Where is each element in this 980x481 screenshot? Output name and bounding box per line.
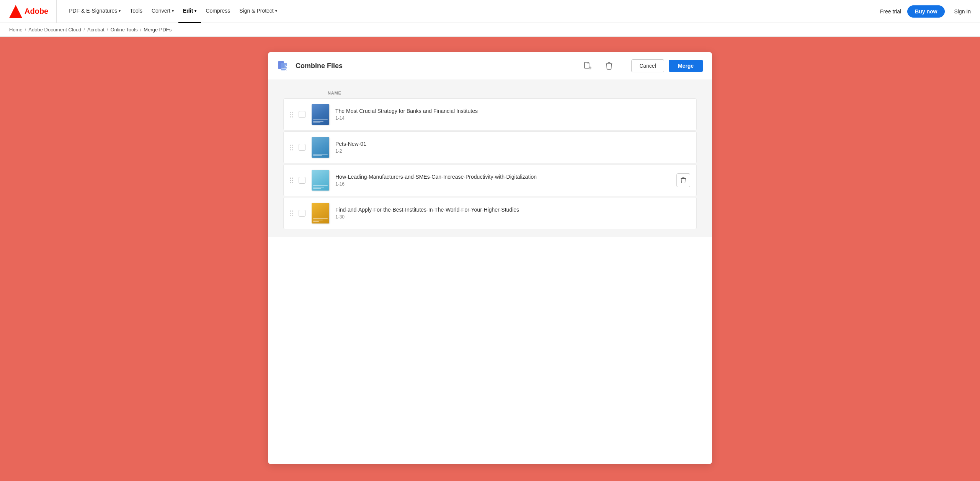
- table-row: The Most Crucial Strategy for Banks and …: [283, 98, 697, 130]
- file-name: The Most Crucial Strategy for Banks and …: [335, 108, 676, 114]
- file-pages: 1-16: [335, 181, 676, 187]
- drag-handle[interactable]: [290, 210, 293, 216]
- top-nav: Adobe PDF & E-Signatures ▾ Tools Convert…: [0, 0, 980, 23]
- row-checkbox[interactable]: [299, 177, 305, 184]
- combine-panel: Combine Files: [268, 52, 712, 464]
- trash-icon: [605, 62, 613, 70]
- nav-right: Free trial Buy now Sign In: [880, 5, 971, 18]
- file-thumbnail: [312, 203, 329, 223]
- free-trial-link[interactable]: Free trial: [880, 8, 901, 15]
- table-row: How-Leading-Manufacturers-and-SMEs-Can-I…: [283, 164, 697, 196]
- breadcrumb-document-cloud[interactable]: Adobe Document Cloud: [28, 27, 81, 33]
- row-delete-button[interactable]: [676, 173, 690, 187]
- row-checkbox[interactable]: [299, 111, 305, 118]
- trash-row-icon: [680, 177, 687, 184]
- panel-action-buttons: Cancel Merge: [631, 59, 703, 72]
- breadcrumb-acrobat[interactable]: Acrobat: [87, 27, 105, 33]
- row-checkbox[interactable]: [299, 210, 305, 217]
- breadcrumb: Home / Adobe Document Cloud / Acrobat / …: [0, 23, 980, 37]
- nav-item-edit[interactable]: Edit ▾: [178, 0, 201, 23]
- add-file-icon: [583, 62, 592, 70]
- file-thumbnail: [312, 137, 329, 158]
- file-info: How-Leading-Manufacturers-and-SMEs-Can-I…: [335, 174, 676, 187]
- breadcrumb-sep: /: [107, 27, 108, 33]
- file-info: Pets-New-01 1-2: [335, 141, 676, 154]
- adobe-logo[interactable]: Adobe: [9, 0, 57, 23]
- drag-handle[interactable]: [290, 178, 293, 183]
- breadcrumb-sep: /: [83, 27, 85, 33]
- nav-item-convert[interactable]: Convert ▾: [147, 0, 178, 23]
- file-name: How-Leading-Manufacturers-and-SMEs-Can-I…: [335, 174, 676, 180]
- file-name: Pets-New-01: [335, 141, 676, 147]
- add-file-button[interactable]: [581, 59, 595, 73]
- chevron-down-icon: ▾: [194, 9, 196, 13]
- file-name: Find-and-Apply-For-the-Best-Institutes-I…: [335, 207, 676, 213]
- breadcrumb-sep: /: [140, 27, 142, 33]
- table-row: Find-and-Apply-For-the-Best-Institutes-I…: [283, 197, 697, 229]
- file-thumbnail: [312, 104, 329, 125]
- table-row: Pets-New-01 1-2: [283, 131, 697, 163]
- panel-title: Combine Files: [296, 62, 581, 70]
- file-thumbnail: [312, 170, 329, 191]
- file-info: The Most Crucial Strategy for Banks and …: [335, 108, 676, 121]
- svg-rect-6: [585, 62, 589, 68]
- merge-button[interactable]: Merge: [669, 60, 703, 72]
- file-pages: 1-30: [335, 214, 676, 220]
- adobe-logo-icon: [9, 5, 22, 18]
- panel-header: Combine Files: [268, 52, 712, 80]
- chevron-down-icon: ▾: [172, 9, 174, 13]
- file-info: Find-and-Apply-For-the-Best-Institutes-I…: [335, 207, 676, 220]
- file-list-area: NAME: [268, 80, 712, 237]
- main-content: Combine Files: [0, 37, 980, 479]
- chevron-down-icon: ▾: [275, 9, 277, 13]
- breadcrumb-home[interactable]: Home: [9, 27, 23, 33]
- nav-item-compress[interactable]: Compress: [201, 0, 235, 23]
- file-pages: 1-14: [335, 116, 676, 121]
- breadcrumb-current: Merge PDFs: [144, 27, 172, 33]
- drag-handle[interactable]: [290, 112, 293, 117]
- row-checkbox[interactable]: [299, 144, 305, 151]
- nav-item-tools[interactable]: Tools: [125, 0, 147, 23]
- buy-now-button[interactable]: Buy now: [907, 5, 945, 18]
- nav-item-pdf-signatures[interactable]: PDF & E-Signatures ▾: [64, 0, 125, 23]
- nav-items: PDF & E-Signatures ▾ Tools Convert ▾ Edi…: [64, 0, 880, 23]
- adobe-wordmark: Adobe: [24, 7, 48, 16]
- drag-handle[interactable]: [290, 145, 293, 150]
- chevron-down-icon: ▾: [119, 9, 121, 13]
- file-list-header: NAME: [283, 88, 697, 98]
- sign-in-link[interactable]: Sign In: [954, 8, 971, 15]
- breadcrumb-online-tools[interactable]: Online Tools: [110, 27, 137, 33]
- header-tool-icons: [581, 59, 616, 73]
- nav-item-sign-protect[interactable]: Sign & Protect ▾: [235, 0, 282, 23]
- combine-files-icon: [277, 59, 291, 73]
- cancel-button[interactable]: Cancel: [631, 59, 664, 72]
- name-column-header: NAME: [328, 91, 341, 95]
- file-pages: 1-2: [335, 148, 676, 154]
- delete-all-button[interactable]: [602, 59, 616, 73]
- file-rows: The Most Crucial Strategy for Banks and …: [283, 98, 697, 229]
- breadcrumb-sep: /: [25, 27, 26, 33]
